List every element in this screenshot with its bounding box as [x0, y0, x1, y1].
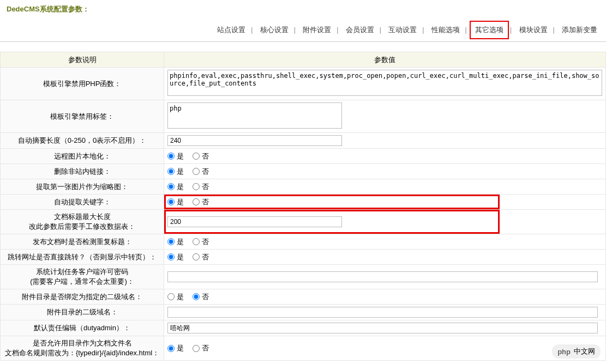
- radio-del-links-no[interactable]: [193, 168, 200, 175]
- table-row: 自动提取关键字： 是 否: [1, 195, 606, 210]
- radio-attach-bind-yes[interactable]: [167, 293, 175, 300]
- label-use-dir: 是否允许用目录作为文档文件名 文档命名规则需改为：{typedir}/{aid}…: [1, 336, 164, 361]
- tab-core[interactable]: 核心设置: [256, 22, 293, 38]
- label-attach-bind: 附件目录是否绑定为指定的二级域名：: [1, 289, 164, 305]
- logo-text: 中文网: [574, 347, 595, 356]
- label-auto-keywords: 自动提取关键字：: [1, 195, 164, 210]
- page-title: DedeCMS系统配置参数：: [7, 5, 89, 13]
- radio-del-links-yes[interactable]: [167, 168, 175, 175]
- table-row: 文档标题最大长度 改此参数后需要手工修改数据表：: [1, 210, 606, 234]
- table-row: 自动摘要长度（0-250，0表示不启用）：: [1, 133, 606, 149]
- logo-badge: php 中文网: [552, 344, 601, 359]
- radio-use-dir-yes[interactable]: [167, 345, 175, 352]
- radio-jump-yes[interactable]: [167, 253, 175, 260]
- tab-site[interactable]: 站点设置: [213, 22, 250, 38]
- table-row: 模板引擎禁用PHP函数：: [1, 68, 606, 100]
- label-default-editor: 默认责任编辑（dutyadmin）：: [1, 320, 164, 336]
- input-php-forbid[interactable]: [167, 70, 602, 96]
- table-row: 提取第一张图片作为缩略图： 是 否: [1, 179, 606, 195]
- label-tag-forbid: 模板引擎禁用标签：: [1, 100, 164, 133]
- table-row: 系统计划任务客户端许可密码 (需要客户端，通常不会太重要)：: [1, 265, 606, 289]
- label-first-img: 提取第一张图片作为缩略图：: [1, 179, 164, 195]
- php-logo-icon: php: [557, 348, 571, 356]
- tab-interact[interactable]: 互动设置: [384, 22, 421, 38]
- table-row: 发布文档时是否检测重复标题： 是 否: [1, 234, 606, 250]
- label-title-len: 文档标题最大长度 改此参数后需要手工修改数据表：: [1, 210, 164, 234]
- tab-other[interactable]: 其它选项: [470, 21, 509, 39]
- table-row: 模板引擎禁用标签：: [1, 100, 606, 133]
- tab-module[interactable]: 模块设置: [515, 22, 552, 38]
- tab-member[interactable]: 会员设置: [341, 22, 379, 38]
- radio-first-img-yes[interactable]: [167, 183, 175, 190]
- input-sys-plan[interactable]: [167, 271, 598, 282]
- table-row: 远程图片本地化： 是 否: [1, 149, 606, 164]
- table-row: 附件目录的二级域名：: [1, 305, 606, 320]
- radio-check-dup-no[interactable]: [193, 238, 200, 245]
- label-sys-plan: 系统计划任务客户端许可密码 (需要客户端，通常不会太重要)：: [1, 265, 164, 289]
- tab-add-var[interactable]: 添加新变量: [557, 22, 602, 38]
- input-title-len[interactable]: [167, 216, 342, 227]
- th-param-value: 参数值: [164, 52, 606, 68]
- radio-check-dup-yes[interactable]: [167, 238, 175, 245]
- radio-attach-bind-no[interactable]: [193, 293, 200, 300]
- table-row: 默认责任编辑（dutyadmin）：: [1, 320, 606, 336]
- radio-remote-img-yes[interactable]: [167, 153, 175, 160]
- tab-attachment[interactable]: 附件设置: [298, 22, 335, 38]
- input-tag-forbid[interactable]: [167, 102, 342, 129]
- th-param-desc: 参数说明: [1, 52, 164, 68]
- radio-auto-kw-yes[interactable]: [167, 198, 175, 205]
- table-header-row: 参数说明 参数值: [1, 52, 606, 68]
- table-row: 跳转网址是否直接跳转？（否则显示中转页）： 是 否: [1, 250, 606, 265]
- radio-jump-no[interactable]: [193, 253, 200, 260]
- settings-table: 参数说明 参数值 模板引擎禁用PHP函数： 模板引擎禁用标签： 自动摘要长度（0…: [0, 52, 606, 361]
- radio-use-dir-no[interactable]: [193, 345, 200, 352]
- label-summary-len: 自动摘要长度（0-250，0表示不启用）：: [1, 133, 164, 149]
- table-row: 删除非站内链接： 是 否: [1, 164, 606, 179]
- input-summary-len[interactable]: [167, 135, 342, 146]
- tab-performance[interactable]: 性能选项: [427, 22, 464, 38]
- input-default-editor[interactable]: [167, 323, 598, 333]
- input-attach-domain[interactable]: [167, 307, 598, 318]
- tabs-bar: 站点设置| 核心设置| 附件设置| 会员设置| 互动设置| 性能选项| 其它选项…: [0, 19, 606, 42]
- radio-remote-img-no[interactable]: [193, 153, 200, 160]
- label-del-links: 删除非站内链接：: [1, 164, 164, 179]
- label-remote-img: 远程图片本地化：: [1, 149, 164, 164]
- table-row: 是否允许用目录作为文档文件名 文档命名规则需改为：{typedir}/{aid}…: [1, 336, 606, 361]
- label-php-forbid: 模板引擎禁用PHP函数：: [1, 68, 164, 100]
- label-attach-domain: 附件目录的二级域名：: [1, 305, 164, 320]
- radio-first-img-no[interactable]: [193, 183, 200, 190]
- radio-auto-kw-no[interactable]: [193, 198, 200, 205]
- label-check-dup: 发布文档时是否检测重复标题：: [1, 234, 164, 250]
- label-jump-direct: 跳转网址是否直接跳转？（否则显示中转页）：: [1, 250, 164, 265]
- table-row: 附件目录是否绑定为指定的二级域名： 是 否: [1, 289, 606, 305]
